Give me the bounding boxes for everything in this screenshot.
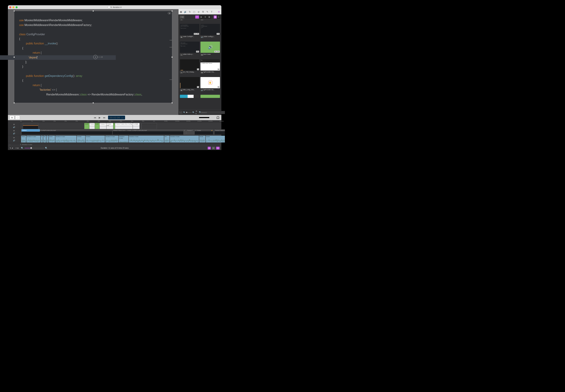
media-item[interactable]: ▲ 7s Bottom_Full_Orang... [180, 56, 199, 73]
timeline-clip[interactable]: F [140, 123, 141, 129]
timecode[interactable]: 00:02:06 07 [108, 116, 125, 120]
resize-handle[interactable] [14, 10, 15, 12]
mute-icon[interactable]: 🔊 [13, 132, 15, 134]
resize-handle[interactable] [93, 10, 94, 12]
add-media-button[interactable]: + ▾ [179, 15, 184, 19]
resize-handle[interactable] [171, 56, 173, 58]
thumb-zoom[interactable]: 🔍🔍 [183, 112, 194, 113]
filter-world-icon[interactable]: ⊕ [203, 15, 207, 19]
timeline-clip[interactable]: Freeze F [186, 129, 194, 135]
filter-flag-icon[interactable]: ⚐ [195, 15, 199, 19]
pointer-tool-icon[interactable]: ↖ ▾ [10, 147, 13, 149]
timeline-zoom[interactable]: 🔍 🔍 [21, 147, 48, 149]
add-button[interactable]: + ▾ [15, 147, 18, 149]
prev-button[interactable]: ⏮ [94, 116, 96, 119]
screen-tab-icon[interactable]: ▢ [193, 10, 195, 13]
timeline-clip[interactable]: C [113, 123, 115, 129]
timeline-clip[interactable]: Confi [84, 123, 89, 129]
media-search-input[interactable] [198, 111, 225, 114]
timeline-clip[interactable]: ConfigP [133, 123, 139, 129]
audio-clip[interactable]: iterat [49, 136, 55, 142]
media-item[interactable]: ▣ $app->pipe( RouteMiddleware);$app->pip… [180, 39, 199, 55]
audio-clip[interactable]: ite [43, 136, 46, 142]
mute-icon[interactable]: 🔊 [13, 140, 15, 141]
media-grid[interactable]: ▣ use Movies\Middl...class ConfigProvide… [178, 20, 221, 110]
audio-clip[interactable]: iteration-4.wav [129, 136, 164, 142]
gear-icon[interactable]: ⚙ ▾ [195, 110, 197, 115]
play-button[interactable]: ▶ [99, 116, 101, 119]
filter-global-icon[interactable]: ◉ [199, 15, 203, 19]
eye-icon[interactable]: 👁 [13, 124, 15, 126]
media-item[interactable]: ▣ title—————ConfigProvider Classes8s Con… [200, 56, 220, 73]
canvas-area[interactable]: ✕ use Movies\Middleware\RenderMoviesMidd… [8, 9, 178, 115]
canvas[interactable]: ✕ use Movies\Middleware\RenderMoviesMidd… [14, 11, 172, 103]
zoom-handle[interactable] [30, 147, 32, 149]
timeline-clip[interactable]: 1. Create ConfigProvider.php.mp4★ [194, 129, 213, 135]
timeline-clip[interactable]: Freeze Frame from 1. Create ConfigProvid… [112, 129, 184, 135]
filter-grid-icon[interactable]: ▦ [207, 15, 211, 19]
video-tab-icon[interactable]: ▣ [179, 10, 182, 13]
grid-view-icon[interactable]: ▦ [214, 15, 217, 19]
audio-clip[interactable]: iter [164, 136, 170, 142]
visibility-icon[interactable] [168, 12, 171, 14]
list-view-icon[interactable]: ☰ [217, 15, 220, 19]
timeline-clip[interactable]: Freeze Fra [106, 123, 113, 129]
callout-clip[interactable]: Callout [21, 129, 40, 132]
text-tab-icon[interactable]: T [210, 10, 213, 13]
track-body[interactable]: iteratiteration-4.wavititeititeratiterat… [20, 135, 221, 143]
audio-clip[interactable]: iterati [206, 136, 225, 142]
titlebar[interactable]: 5. Iteration 4 [8, 5, 221, 9]
audio-tab-icon[interactable]: 🔊 [184, 10, 187, 13]
fps-button[interactable]: 30 [216, 147, 220, 150]
chevron-down-icon[interactable]: ⌄ [9, 144, 11, 145]
resize-handle[interactable] [93, 102, 94, 104]
audio-clip[interactable]: iteration-4.wav [170, 136, 199, 142]
track-header[interactable]: 👁🔊 [8, 135, 20, 143]
headphones-icon[interactable]: 🎧 [216, 116, 220, 119]
audio-clip[interactable]: iteration-4.wav [26, 136, 40, 142]
resize-handle[interactable] [171, 10, 173, 12]
media-item[interactable]: ▲ 7s LeftSide_Long_Ora... [180, 74, 199, 91]
track-body[interactable]: Bottom_Full_OrangeDa ConfiFreezeConfFree… [20, 123, 221, 129]
zoom-slider[interactable] [25, 148, 44, 148]
audio-clip[interactable]: iteration-4.wav [119, 136, 128, 142]
magnet-button[interactable]: ⊂ [212, 147, 215, 150]
timeline-clip[interactable]: LeftSide_Long_Orange [141, 123, 157, 129]
next-button[interactable]: ⏭ [103, 116, 105, 119]
audio-clip[interactable]: it [41, 136, 43, 142]
close-icon[interactable] [9, 6, 11, 8]
resize-handle[interactable] [14, 102, 15, 104]
zoom-icon[interactable] [16, 6, 17, 8]
zoom-out-icon[interactable]: 🔍 [21, 147, 24, 149]
timeline-clip[interactable]: Freeze Frame from 1. Crea [214, 129, 225, 135]
media-item[interactable]: 🔊 🔊3m 20s iteration-4.wav [200, 39, 220, 55]
zoom-in-icon[interactable]: 🔍 [192, 112, 194, 113]
audio-clip[interactable]: iteration-4.wav [105, 136, 119, 142]
eye-icon[interactable]: 👁 [13, 130, 15, 132]
track-header[interactable]: 👁🔊 [8, 129, 20, 135]
minimize-icon[interactable] [13, 6, 15, 8]
mute-icon[interactable]: 🔊 [13, 126, 15, 128]
media-item[interactable]: ▣ ✋6s ConfigProvider wa... [200, 74, 220, 91]
media-library-icon[interactable]: ⊕ [218, 10, 220, 13]
timeline-clip[interactable]: Bottom_Full_OrangeDa [23, 123, 38, 129]
track-header[interactable]: 👁🔊 [8, 123, 20, 129]
timeline-clip[interactable]: F [184, 129, 186, 135]
collapsed-track[interactable]: ⌄ 5. Iteration 4.wav [8, 143, 221, 146]
audio-clip[interactable]: iterat [21, 136, 26, 142]
timeline-clip[interactable]: Freeze [89, 123, 95, 129]
audio-clip[interactable]: iteratio [86, 136, 105, 142]
crop-button[interactable]: ⬚ [15, 116, 20, 120]
resize-handle[interactable] [171, 102, 173, 104]
audio-clip[interactable]: iteration-4.wav [55, 136, 76, 142]
audio-clip[interactable]: iterati [199, 136, 205, 142]
zoom-in-icon[interactable]: 🔍 [45, 147, 48, 149]
media-item[interactable]: ▣ [180, 92, 199, 98]
timeline-clip[interactable]: Freeze F [100, 123, 106, 129]
timeline-ruler[interactable]: 0s5s10s15s20s25s30s35s40s45s50s55s1m1m5s… [20, 120, 221, 123]
timeline-clip[interactable]: Freeze Frame from Config [115, 123, 133, 129]
clip-mode-button[interactable]: ⧉ [10, 116, 14, 120]
zoom-out-icon[interactable]: 🔍 [183, 112, 185, 113]
effects-icon[interactable]: ⟨x⟩ [179, 111, 182, 114]
media-item[interactable]: 🔊 [200, 92, 220, 98]
